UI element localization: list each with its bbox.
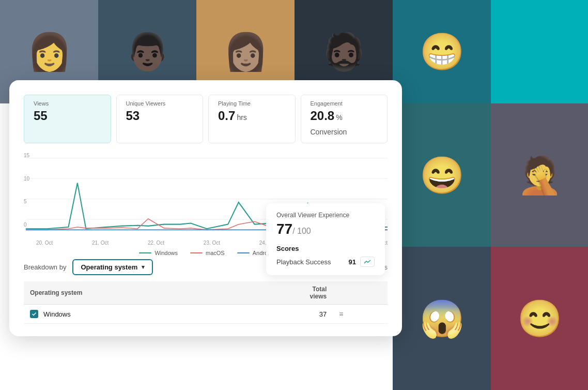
photo-cell-5: 😁 <box>393 0 491 103</box>
filter-icon[interactable]: ≡ <box>339 310 343 318</box>
filter-cell: ≡ <box>333 305 388 324</box>
playback-value: 91 <box>349 258 356 266</box>
views-value: 55 <box>34 109 101 123</box>
playback-label: Playback Success <box>276 258 331 266</box>
table-header-row: Operating system Totalviews <box>24 281 388 305</box>
unique-viewers-value: 53 <box>126 109 194 123</box>
score-row-playback: Playback Success 91 <box>276 257 375 267</box>
os-cell: Windows <box>24 305 237 324</box>
col-filter <box>333 281 388 305</box>
engagement-value: 20.8% Conversion <box>311 109 378 138</box>
photo-cell-18: 😊 <box>491 247 588 390</box>
chevron-down-icon: ▾ <box>142 264 145 271</box>
viewer-experience-panel: Overall Viewer Experience 77/ 100 Scores… <box>266 203 385 275</box>
os-table: Operating system Totalviews Windows <box>24 281 388 324</box>
chart-y-labels: 15 10 5 0 <box>24 153 34 228</box>
breakdown-label: Breakdown by <box>24 263 66 271</box>
os-dropdown-label: Operating system <box>81 263 137 271</box>
stat-unique-viewers: Unique Viewers 53 <box>116 95 204 143</box>
views-cell: 37 <box>237 305 333 324</box>
table-row: Windows 37 ≡ <box>24 305 388 324</box>
trend-icon[interactable] <box>360 257 375 267</box>
viewer-score: 77/ 100 <box>276 221 375 237</box>
legend-macos-line <box>190 252 203 253</box>
legend-windows-label: Windows <box>154 250 178 256</box>
playing-time-value: 0.7hrs <box>218 109 286 123</box>
score-out-of: / 100 <box>292 227 311 235</box>
col-total-views: Totalviews <box>237 281 333 305</box>
photo-cell-11: 😄 <box>393 103 491 247</box>
photo-cell-6 <box>491 0 588 103</box>
os-dropdown[interactable]: Operating system ▾ <box>72 259 153 275</box>
legend-macos-label: macOS <box>206 250 225 256</box>
stats-row: Views 55 Unique Viewers 53 Playing Time … <box>24 95 388 143</box>
col-os: Operating system <box>24 281 237 305</box>
legend-windows: Windows <box>139 250 178 256</box>
legend-android-line <box>237 252 250 253</box>
stat-views: Views 55 <box>24 95 111 143</box>
photo-cell-17: 😱 <box>393 247 491 390</box>
os-name: Windows <box>43 310 71 318</box>
photo-cell-12: 🤦 <box>491 103 588 247</box>
stat-playing-time: Playing Time 0.7hrs <box>208 95 296 143</box>
views-label: Views <box>34 100 101 107</box>
legend-macos: macOS <box>190 250 225 256</box>
windows-checkbox[interactable] <box>30 310 38 318</box>
checkmark-icon <box>32 311 37 317</box>
unique-viewers-label: Unique Viewers <box>126 100 194 107</box>
engagement-label: Engagement <box>311 100 378 107</box>
playing-time-label: Playing Time <box>218 100 286 107</box>
stat-engagement: Engagement 20.8% Conversion <box>301 95 388 143</box>
viewer-exp-label: Overall Viewer Experience <box>276 212 375 219</box>
scores-label: Scores <box>276 245 375 252</box>
legend-windows-line <box>139 252 151 253</box>
